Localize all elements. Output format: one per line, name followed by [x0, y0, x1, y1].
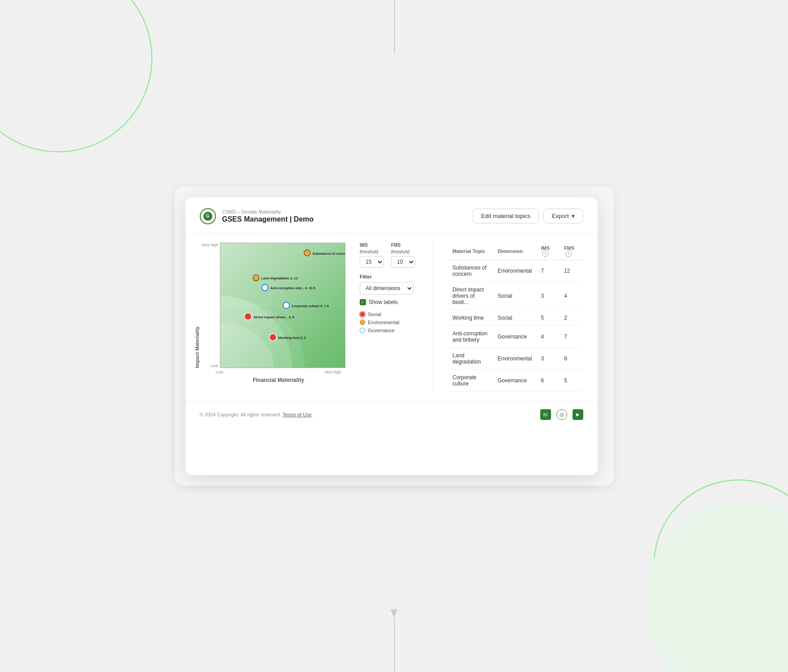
cell-topic-3: Anti-corruption and bribery: [448, 325, 493, 347]
col-header-fms: FMS i: [560, 243, 583, 260]
cell-topic-1: Direct impact drivers of biodi...: [448, 282, 493, 310]
scroll-line-bottom: [394, 618, 395, 672]
card-content: Impact Materiality Very high Low: [185, 234, 598, 401]
svg-text:Substances of concer... 7, 18: Substances of concer... 7, 18: [313, 251, 345, 255]
y-tick-very-high: Very high: [202, 243, 219, 247]
cell-fms-3: 7: [560, 325, 583, 347]
x-axis-label: Financial Materiality: [216, 377, 341, 383]
svg-point-6: [253, 274, 259, 281]
legend-label-governance: Governance: [368, 328, 395, 333]
show-labels-label: Show labels: [369, 299, 398, 305]
decorative-circle-top-left: [0, 0, 152, 152]
legend: Social Environmental Governance: [360, 312, 415, 333]
svg-text:Working time 5, 3: Working time 5, 3: [278, 336, 306, 340]
chart-wrapper: Impact Materiality Very high Low: [194, 243, 346, 383]
cell-dimension-0: Environmental: [493, 260, 537, 282]
x-tick-low: Low: [216, 370, 224, 374]
cell-dimension-4: Environmental: [493, 347, 537, 369]
footer-icons: in ◎ ▶: [540, 409, 583, 420]
logo-circle: G: [200, 208, 216, 224]
material-topics-table: Material Topic Dimension IMS i FMS i Sub…: [448, 243, 583, 392]
instagram-icon[interactable]: ◎: [556, 409, 567, 420]
outer-card: G CSRD – Double Materiality GSES Managem…: [175, 187, 614, 486]
table-row: Working time Social 5 2: [448, 310, 583, 325]
ims-info-icon: i: [542, 251, 548, 257]
ims-sublabel: threshold: [360, 249, 384, 254]
cell-ims-0: 7: [536, 260, 560, 282]
legend-item-governance: Governance: [360, 328, 415, 333]
svg-point-14: [269, 334, 276, 341]
y-axis-label: Impact Materiality: [194, 243, 200, 368]
scroll-line-top: [394, 0, 395, 54]
table-header-row: Material Topic Dimension IMS i FMS i: [448, 243, 583, 260]
table-row: Land degradation Environmental 3 8: [448, 347, 583, 369]
svg-text:Corporate culture 6, 7.5: Corporate culture 6, 7.5: [292, 304, 329, 308]
cell-topic-5: Corporate culture: [448, 369, 493, 391]
svg-text:Anti-corruption and... 4, 10.5: Anti-corruption and... 4, 10.5: [270, 286, 315, 290]
table-row: Corporate culture Governance 6 5: [448, 369, 583, 391]
cell-fms-0: 12: [560, 260, 583, 282]
table-row: Direct impact drivers of biodi... Social…: [448, 282, 583, 310]
scatter-chart: Substances of concer... 7, 18 Land degra…: [220, 243, 345, 368]
cell-dimension-2: Social: [493, 310, 537, 325]
cell-ims-5: 6: [536, 369, 560, 391]
export-button[interactable]: Export ▾: [543, 209, 583, 223]
cell-dimension-3: Governance: [493, 325, 537, 347]
main-card: G CSRD – Double Materiality GSES Managem…: [185, 197, 598, 475]
chart-section: Impact Materiality Very high Low: [194, 243, 346, 392]
ims-threshold-col: IMS threshold 15: [360, 243, 384, 268]
cell-fms-5: 5: [560, 369, 583, 391]
cell-topic-0: Substances of concern: [448, 260, 493, 282]
youtube-icon[interactable]: ▶: [573, 409, 583, 420]
table-row: Anti-corruption and bribery Governance 4…: [448, 325, 583, 347]
cell-ims-1: 3: [536, 282, 560, 310]
fms-sublabel: threshold: [391, 249, 415, 254]
y-ticks: Very high Low: [202, 243, 219, 368]
card-footer: © 2024 Copyright. All rights reserved. T…: [185, 401, 598, 428]
dimension-filter-select[interactable]: All dimensions: [360, 282, 413, 295]
header-actions: Edit material topics Export ▾: [473, 209, 583, 223]
scroll-arrow: [391, 609, 398, 618]
cell-topic-4: Land degradation: [448, 347, 493, 369]
y-tick-low: Low: [202, 364, 219, 368]
threshold-row: IMS threshold 15 FMS threshold 10: [360, 243, 415, 268]
chart-svg: Substances of concer... 7, 18 Land degra…: [220, 243, 345, 368]
controls-section: IMS threshold 15 FMS threshold 10: [356, 243, 419, 392]
header-titles: CSRD – Double Materiality GSES Managemen…: [222, 209, 314, 223]
legend-dot-social: [360, 312, 365, 317]
legend-item-social: Social: [360, 312, 415, 317]
cell-fms-1: 4: [560, 282, 583, 310]
export-chevron-icon: ▾: [572, 213, 575, 219]
show-labels-checkbox[interactable]: ✓: [360, 299, 366, 305]
terms-of-use-link[interactable]: Terms of Use: [283, 412, 312, 417]
svg-point-10: [283, 302, 289, 308]
col-header-ims: IMS i: [536, 243, 560, 260]
section-divider: [433, 243, 434, 392]
legend-dot-governance: [360, 328, 365, 333]
col-header-dimension: Dimension: [493, 243, 537, 260]
legend-label-social: Social: [368, 312, 381, 317]
linkedin-icon[interactable]: in: [540, 409, 551, 420]
page-title: GSES Management | Demo: [222, 215, 314, 223]
logo-icon: G: [203, 212, 212, 221]
filter-label: Filter: [360, 274, 415, 279]
table-row: Substances of concern Environmental 7 12: [448, 260, 583, 282]
edit-material-topics-button[interactable]: Edit material topics: [473, 209, 539, 223]
ims-threshold-select[interactable]: 15: [360, 256, 384, 268]
svg-text:Direct impact driver... 3, 6: Direct impact driver... 3, 6: [254, 315, 294, 319]
cell-dimension-1: Social: [493, 282, 537, 310]
legend-label-environmental: Environmental: [368, 320, 399, 325]
fms-info-icon: i: [565, 251, 572, 257]
legend-dot-environmental: [360, 320, 365, 325]
cell-ims-3: 4: [536, 325, 560, 347]
svg-point-4: [304, 249, 310, 256]
ims-label: IMS: [360, 243, 384, 248]
cell-ims-2: 5: [536, 310, 560, 325]
header-left: G CSRD – Double Materiality GSES Managem…: [200, 208, 314, 224]
col-header-topic: Material Topic: [448, 243, 493, 260]
legend-item-environmental: Environmental: [360, 320, 415, 325]
show-labels-row[interactable]: ✓ Show labels: [360, 299, 415, 305]
export-label: Export: [552, 213, 569, 219]
svg-text:Land degradation 3, 12: Land degradation 3, 12: [261, 276, 297, 280]
fms-threshold-select[interactable]: 10: [391, 256, 415, 268]
